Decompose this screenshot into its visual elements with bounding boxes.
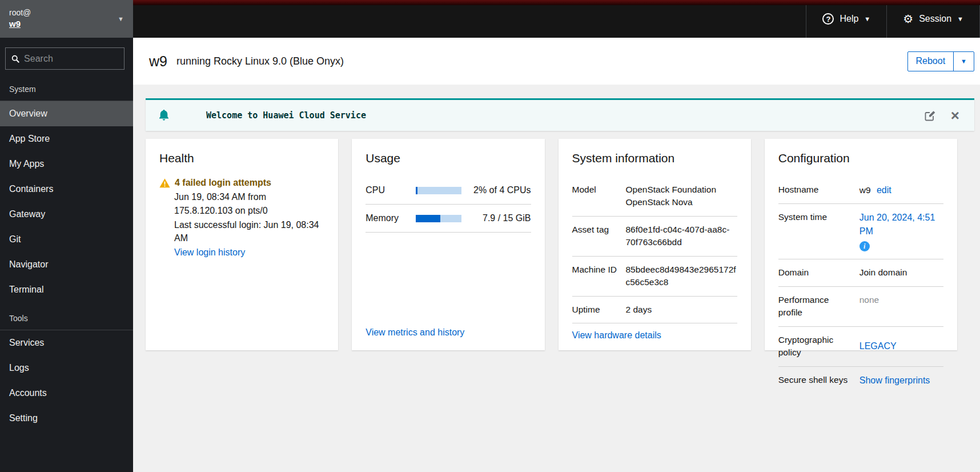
join-domain-link[interactable]: Join domain [859,266,943,279]
failed-logins-title: 4 failed login attempts [175,177,271,189]
info-circle-icon[interactable]: i [859,241,870,251]
configuration-card: Configuration Hostname w9 edit System ti… [765,139,957,350]
logged-in-user: root@ [9,7,118,18]
user-host-switcher[interactable]: root@ w9 ▼ [0,0,133,38]
system-information-card: System information Model OpenStack Found… [559,139,751,350]
view-hardware-details-link[interactable]: View hardware details [572,330,661,340]
motd-message: Welcome to Huawei Cloud Service [206,110,925,121]
performance-profile-value[interactable]: none [859,294,943,319]
sidebar-item-terminal[interactable]: Terminal [0,277,133,302]
nav-section-label: System [0,85,133,101]
uptime-label: Uptime [572,303,618,316]
chevron-down-icon: ▼ [961,58,967,65]
cpu-value: 2% of 4 CPUs [461,185,531,195]
sidebar-search[interactable] [5,47,124,70]
ssh-keys-label: Secure shell keys [778,374,852,387]
performance-profile-row: Performance profile none [778,287,943,327]
hostname-value: w9 [859,185,871,195]
page-header: w9 running Rocky Linux 9.0 (Blue Onyx) R… [133,38,980,85]
chevron-down-icon: ▼ [864,15,870,22]
nav-section-label: Tools [0,314,133,330]
memory-value: 7.9 / 15 GiB [461,213,531,223]
configuration-card-title: Configuration [778,151,943,165]
health-card-title: Health [159,151,324,165]
memory-usage-row: Memory 7.9 / 15 GiB [366,205,531,233]
model-row: Model OpenStack Foundation OpenStack Nov… [572,177,737,217]
sidebar-item-gateway[interactable]: Gateway [0,202,133,227]
uptime-value: 2 days [626,303,737,316]
sidebar-item-logs[interactable]: Logs [0,355,133,381]
reboot-split-button: Reboot ▼ [907,51,974,71]
current-host: w9 [9,18,118,30]
sidebar-item-app-store[interactable]: App Store [0,126,133,151]
sidebar-item-containers[interactable]: Containers [0,177,133,202]
asset-tag-value: 86f0e1fd-c04c-407d-aa8c-70f763c66bdd [626,223,737,249]
system-time-row: System time Jun 20, 2024, 4:51 PM i [778,204,943,259]
page-title: w9 [149,53,167,70]
sidebar-item-services[interactable]: Services [0,330,133,355]
nav-section-system: System Overview App Store My Apps Contai… [0,73,133,302]
domain-label: Domain [778,266,852,279]
pencil-square-icon [925,110,936,121]
performance-profile-label: Performance profile [778,294,852,319]
usage-card: Usage CPU 2% of 4 CPUs Memory 7.9 / 15 G… [352,139,544,350]
view-metrics-link[interactable]: View metrics and history [366,327,464,337]
usage-card-title: Usage [366,151,531,165]
gear-icon: ⚙ [903,13,913,25]
chevron-down-icon: ▼ [957,15,963,22]
cpu-usage-row: CPU 2% of 4 CPUs [366,177,531,205]
help-label: Help [840,14,858,24]
system-time-label: System time [778,211,852,252]
asset-tag-row: Asset tag 86f0e1fd-c04c-407d-aa8c-70f763… [572,217,737,257]
warning-triangle-icon [159,178,170,188]
search-input[interactable] [24,54,118,64]
system-time-link[interactable]: Jun 20, 2024, 4:51 PM [859,213,935,235]
view-login-history-link[interactable]: View login history [174,247,245,257]
nav-section-tools: Tools Services Logs Accounts Setting [0,302,133,431]
ssh-keys-row: Secure shell keys Show fingerprints [778,367,943,394]
sidebar-item-setting[interactable]: Setting [0,406,133,431]
reboot-button[interactable]: Reboot [908,52,954,71]
overview-cards: Health 4 failed login attempts Jun 19, 0… [146,139,957,350]
sidebar-item-git[interactable]: Git [0,227,133,252]
session-menu[interactable]: ⚙ Session ▼ [886,0,980,38]
motd-banner: Welcome to Huawei Cloud Service × [146,98,974,131]
help-icon: ? [822,13,834,25]
machine-id-value: 85bdeec8d49843e2965172fc56c5e3c8 [626,263,737,289]
sidebar-item-navigator[interactable]: Navigator [0,252,133,277]
system-info-card-title: System information [572,151,737,165]
health-card: Health 4 failed login attempts Jun 19, 0… [146,139,338,350]
session-label: Session [919,14,951,24]
sidebar-item-my-apps[interactable]: My Apps [0,151,133,177]
chevron-down-icon: ▼ [118,15,124,22]
hostname-label: Hostname [778,183,852,197]
edit-motd-button[interactable] [925,110,936,121]
crypto-policy-row: Cryptographic policy LEGACY [778,327,943,367]
uptime-row: Uptime 2 days [572,297,737,323]
sidebar-item-accounts[interactable]: Accounts [0,381,133,406]
main-content: Welcome to Huawei Cloud Service × Health [133,85,980,472]
hostname-row: Hostname w9 edit [778,177,943,204]
failed-login-detail: Jun 19, 08:34 AM from 175.8.120.103 on p… [174,190,324,217]
machine-id-label: Machine ID [572,263,618,289]
search-icon [11,54,19,63]
os-subtitle: running Rocky Linux 9.0 (Blue Onyx) [176,55,344,67]
crypto-policy-link[interactable]: LEGACY [859,341,897,351]
model-label: Model [572,183,618,209]
sidebar-item-overview[interactable]: Overview [0,101,133,126]
machine-id-row: Machine ID 85bdeec8d49843e2965172fc56c5e… [572,257,737,297]
crypto-policy-label: Cryptographic policy [778,334,852,359]
show-fingerprints-link[interactable]: Show fingerprints [859,375,930,385]
edit-hostname-link[interactable]: edit [877,185,891,195]
help-menu[interactable]: ? Help ▼ [806,0,886,38]
bell-icon [158,109,170,122]
asset-tag-label: Asset tag [572,223,618,249]
domain-row: Domain Join domain [778,259,943,286]
sidebar-nav: System Overview App Store My Apps Contai… [0,38,133,472]
masthead: ? Help ▼ ⚙ Session ▼ [133,0,980,38]
cpu-label: CPU [366,185,416,195]
reboot-dropdown-toggle[interactable]: ▼ [953,52,974,71]
model-value: OpenStack Foundation OpenStack Nova [626,183,737,209]
close-banner-button[interactable]: × [951,108,959,123]
memory-label: Memory [366,213,416,223]
